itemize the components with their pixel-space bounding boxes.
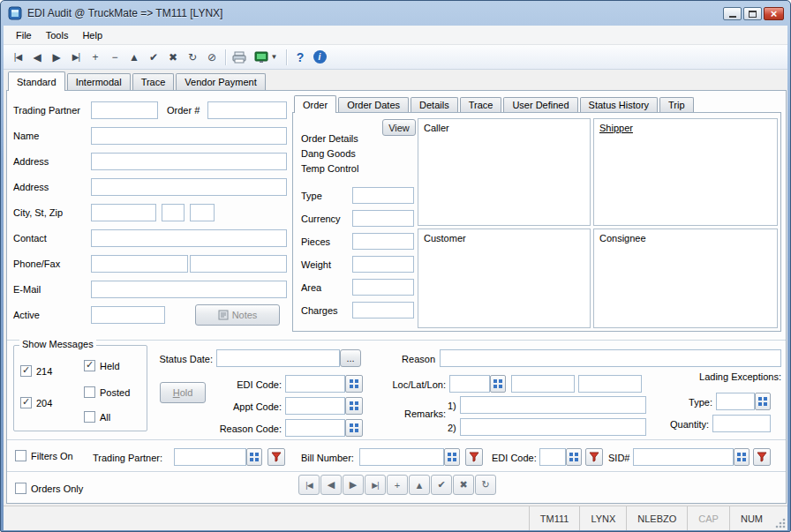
edit-record-button[interactable]: ▲ bbox=[124, 48, 144, 67]
tab-details[interactable]: Details bbox=[411, 97, 458, 112]
quantity-input[interactable] bbox=[712, 415, 771, 432]
recnav-prior-button[interactable]: ◀ bbox=[320, 475, 342, 495]
maximize-button[interactable] bbox=[743, 7, 762, 20]
post-record-button[interactable]: ✔ bbox=[144, 48, 163, 67]
trading-partner-input[interactable] bbox=[91, 101, 158, 119]
filter-bill-number-clear-button[interactable] bbox=[465, 448, 483, 466]
hold-button[interactable]: Hold bbox=[160, 382, 206, 403]
reason-input[interactable] bbox=[440, 349, 781, 367]
shipper-label[interactable]: Shipper bbox=[599, 123, 633, 133]
tab-standard[interactable]: Standard bbox=[8, 71, 65, 91]
loc-lookup-button[interactable] bbox=[490, 375, 506, 393]
weight-input[interactable] bbox=[352, 256, 414, 273]
nav-last-button[interactable]: ▶| bbox=[66, 48, 86, 67]
checkbox-posted[interactable]: Posted bbox=[84, 386, 130, 398]
nav-first-button[interactable]: |◀ bbox=[8, 48, 27, 67]
contact-input[interactable] bbox=[91, 229, 287, 247]
filter-trading-partner-lookup-button[interactable] bbox=[246, 448, 262, 466]
checkbox-all[interactable]: All bbox=[84, 411, 110, 423]
address1-input[interactable] bbox=[91, 153, 287, 170]
edi-code-input[interactable] bbox=[285, 375, 345, 393]
notes-button[interactable]: Notes bbox=[195, 304, 280, 326]
tab-order-dates[interactable]: Order Dates bbox=[338, 97, 409, 112]
filter-edi-code-clear-button[interactable] bbox=[585, 448, 603, 466]
resize-grip[interactable] bbox=[773, 506, 787, 530]
recnav-first-button[interactable]: |◀ bbox=[298, 475, 320, 495]
view-button[interactable]: View bbox=[382, 119, 416, 136]
about-button[interactable]: i bbox=[310, 48, 329, 67]
close-button[interactable] bbox=[764, 7, 784, 20]
filter-sid-clear-button[interactable] bbox=[753, 448, 771, 466]
email-input[interactable] bbox=[91, 281, 287, 298]
minimize-button[interactable] bbox=[723, 7, 742, 20]
print-button[interactable] bbox=[230, 48, 249, 67]
abort-refresh-button[interactable]: ⊘ bbox=[202, 48, 222, 67]
reason-code-input[interactable] bbox=[285, 419, 345, 437]
checkbox-214[interactable]: ✓ 214 bbox=[20, 365, 52, 377]
recnav-insert-button[interactable]: + bbox=[387, 475, 408, 495]
view-mode-dropdown[interactable]: ▼ bbox=[249, 48, 282, 67]
menu-help[interactable]: Help bbox=[75, 28, 109, 42]
cancel-record-button[interactable]: ✖ bbox=[163, 48, 183, 67]
orders-only-checkbox[interactable]: Orders Only bbox=[15, 483, 83, 494]
loc-input[interactable] bbox=[449, 375, 490, 393]
lat-input[interactable] bbox=[511, 375, 575, 393]
filter-sid-lookup-button[interactable] bbox=[734, 448, 750, 466]
address2-input[interactable] bbox=[91, 178, 287, 196]
tab-order-trace[interactable]: Trace bbox=[460, 97, 502, 112]
currency-input[interactable] bbox=[352, 210, 414, 227]
recnav-edit-button[interactable]: ▲ bbox=[409, 475, 430, 495]
filter-bill-number-input[interactable] bbox=[359, 448, 444, 466]
appt-code-lookup-button[interactable] bbox=[345, 397, 363, 415]
tab-intermodal[interactable]: Intermodal bbox=[67, 73, 131, 90]
edi-code-lookup-button[interactable] bbox=[345, 375, 363, 393]
tab-order[interactable]: Order bbox=[294, 95, 336, 113]
lading-type-input[interactable] bbox=[716, 393, 755, 410]
state-input[interactable] bbox=[162, 204, 185, 221]
tab-trace[interactable]: Trace bbox=[132, 73, 175, 90]
type-input[interactable] bbox=[352, 187, 414, 204]
refresh-button[interactable]: ↻ bbox=[183, 48, 202, 67]
menu-tools[interactable]: Tools bbox=[39, 28, 76, 42]
remark2-input[interactable] bbox=[460, 418, 646, 436]
reason-code-lookup-button[interactable] bbox=[345, 419, 363, 437]
area-input[interactable] bbox=[352, 279, 414, 296]
nav-next-button[interactable]: ▶ bbox=[47, 48, 66, 67]
status-date-picker-button[interactable]: ... bbox=[340, 349, 361, 367]
recnav-cancel-button[interactable]: ✖ bbox=[453, 475, 474, 495]
recnav-last-button[interactable]: ▶| bbox=[365, 475, 386, 495]
zip-input[interactable] bbox=[190, 204, 215, 221]
tab-vendor-payment[interactable]: Vendor Payment bbox=[176, 73, 265, 90]
tab-user-defined[interactable]: User Defined bbox=[503, 97, 577, 112]
insert-record-button[interactable]: + bbox=[86, 48, 105, 67]
fax-input[interactable] bbox=[190, 255, 287, 273]
order-no-input[interactable] bbox=[207, 101, 287, 119]
recnav-post-button[interactable]: ✔ bbox=[431, 475, 452, 495]
tab-trip[interactable]: Trip bbox=[659, 97, 694, 112]
remark1-input[interactable] bbox=[460, 396, 646, 414]
status-date-input[interactable] bbox=[216, 349, 340, 367]
tab-status-history[interactable]: Status History bbox=[580, 97, 658, 112]
checkbox-204[interactable]: ✓ 204 bbox=[20, 397, 52, 408]
filter-bill-number-lookup-button[interactable] bbox=[444, 448, 460, 466]
nav-prior-button[interactable]: ◀ bbox=[27, 48, 47, 67]
charges-input[interactable] bbox=[352, 302, 414, 318]
appt-code-input[interactable] bbox=[285, 397, 345, 415]
menu-file[interactable]: File bbox=[9, 28, 39, 42]
filters-on-checkbox[interactable]: Filters On bbox=[15, 450, 73, 461]
lading-type-lookup-button[interactable] bbox=[755, 393, 771, 410]
name-input[interactable] bbox=[91, 127, 287, 145]
help-button[interactable]: ? bbox=[290, 48, 310, 67]
active-input[interactable] bbox=[91, 306, 165, 324]
delete-record-button[interactable]: − bbox=[105, 48, 124, 67]
filter-trading-partner-input[interactable] bbox=[174, 448, 246, 466]
phone-input[interactable] bbox=[91, 255, 188, 273]
filter-sid-input[interactable] bbox=[633, 448, 734, 466]
city-input[interactable] bbox=[91, 204, 156, 221]
filter-edi-code-lookup-button[interactable] bbox=[566, 448, 582, 466]
filter-trading-partner-clear-button[interactable] bbox=[267, 448, 285, 466]
recnav-refresh-button[interactable]: ↻ bbox=[475, 475, 496, 495]
filter-edi-code-input[interactable] bbox=[539, 448, 566, 466]
pieces-input[interactable] bbox=[352, 233, 414, 250]
recnav-next-button[interactable]: ▶ bbox=[343, 475, 364, 495]
